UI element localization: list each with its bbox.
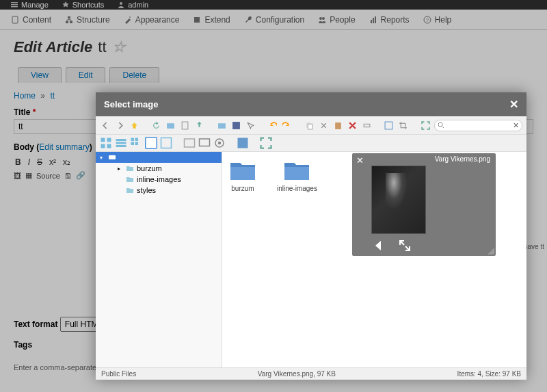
svg-rect-23 — [101, 138, 105, 142]
svg-point-22 — [438, 122, 442, 127]
rename-button[interactable] — [361, 119, 373, 131]
svg-rect-40 — [238, 138, 248, 148]
svg-rect-19 — [335, 122, 341, 129]
svg-rect-16 — [232, 122, 240, 129]
prev-arrow-icon[interactable] — [373, 239, 385, 252]
expand-arrows-icon[interactable] — [399, 239, 411, 252]
svg-rect-18 — [308, 124, 312, 129]
dialog-close-button[interactable]: ✕ — [509, 98, 518, 111]
up-button[interactable] — [129, 119, 140, 131]
svg-rect-13 — [168, 123, 175, 129]
folder-tree: ▾ ▸ burzum inline-images styles — [96, 152, 222, 367]
folder-icon — [126, 175, 134, 183]
status-right: Items: 4, Size: 97 KB — [457, 370, 521, 378]
select-image-dialog: Select image ✕ ✕ — [96, 92, 526, 380]
undo-button[interactable] — [267, 119, 278, 131]
svg-rect-41 — [109, 155, 116, 159]
preview-image — [371, 166, 426, 234]
preview-close-button[interactable]: ✕ — [356, 155, 364, 166]
resize-handle-icon[interactable] — [488, 248, 494, 254]
settings-button[interactable] — [213, 137, 226, 149]
svg-rect-28 — [116, 142, 126, 144]
back-button[interactable] — [100, 119, 111, 131]
tree-expand-icon[interactable]: ▸ — [118, 166, 123, 172]
view-list-button[interactable] — [115, 137, 127, 149]
save-button[interactable] — [230, 119, 242, 131]
svg-rect-26 — [107, 144, 111, 148]
cut-button[interactable] — [318, 119, 330, 131]
refresh-button[interactable] — [151, 119, 163, 131]
fullscreen-button[interactable] — [420, 119, 431, 131]
view-icons-button[interactable] — [100, 137, 112, 149]
dialog-title: Select image — [104, 99, 159, 109]
file-grid: burzum inline-images Varg Vikernes.png ✕… — [222, 152, 526, 367]
delete-button[interactable] — [347, 119, 358, 131]
svg-rect-33 — [135, 142, 139, 146]
tree-item[interactable]: ▸ burzum — [96, 163, 222, 174]
folder-icon — [283, 159, 310, 182]
search-input[interactable] — [444, 122, 513, 129]
tree-collapse-icon[interactable]: ▾ — [100, 155, 105, 161]
new-folder-button[interactable] — [165, 119, 176, 131]
image-tool-button[interactable] — [183, 137, 196, 149]
select-all-button[interactable] — [237, 137, 249, 149]
search-box[interactable]: ✕ — [434, 120, 522, 131]
open-button[interactable] — [216, 119, 228, 131]
view-compact-button[interactable] — [130, 137, 142, 149]
redo-button[interactable] — [281, 119, 293, 131]
expand-button[interactable] — [260, 137, 272, 149]
resize-button[interactable] — [383, 119, 395, 131]
dialog-body: ▾ ▸ burzum inline-images styles — [96, 152, 526, 367]
folder-icon — [126, 186, 134, 194]
svg-rect-27 — [116, 139, 126, 141]
status-center: Varg Vikernes.png, 97 KB — [258, 370, 336, 378]
svg-rect-34 — [146, 138, 157, 148]
monitor-button[interactable] — [198, 137, 211, 149]
forward-button[interactable] — [114, 119, 126, 131]
svg-rect-20 — [364, 124, 370, 127]
file-browser-toolbar: ✕ — [96, 116, 526, 135]
svg-rect-24 — [107, 138, 111, 142]
view-preview-button[interactable] — [145, 137, 157, 149]
search-clear-button[interactable]: ✕ — [513, 121, 519, 130]
svg-rect-32 — [131, 142, 135, 146]
svg-rect-14 — [183, 122, 189, 129]
svg-rect-25 — [101, 144, 105, 148]
svg-rect-15 — [218, 123, 226, 129]
svg-rect-35 — [161, 138, 172, 148]
crop-button[interactable] — [397, 119, 409, 131]
copy-button[interactable] — [304, 119, 315, 131]
view-toolbar — [96, 135, 526, 152]
status-bar: Public Files Varg Vikernes.png, 97 KB It… — [96, 367, 526, 380]
upload-button[interactable] — [194, 119, 205, 131]
new-file-button[interactable] — [179, 119, 191, 131]
folder-icon — [126, 164, 134, 172]
svg-point-39 — [218, 142, 222, 145]
dialog-titlebar: Select image ✕ — [96, 92, 526, 116]
svg-rect-36 — [185, 139, 195, 147]
tree-root[interactable]: ▾ — [96, 152, 222, 163]
svg-rect-30 — [131, 138, 135, 142]
svg-rect-29 — [116, 145, 126, 147]
folder-icon — [229, 159, 256, 182]
paste-button[interactable] — [332, 119, 344, 131]
file-folder[interactable]: inline-images — [277, 159, 317, 192]
view-tree-button[interactable] — [160, 137, 172, 149]
svg-rect-37 — [200, 139, 210, 146]
svg-rect-21 — [386, 122, 393, 129]
svg-rect-31 — [135, 138, 139, 142]
search-icon — [438, 122, 444, 129]
image-preview-popup: ✕ Varg Vikernes.png — [352, 153, 496, 256]
select-button[interactable] — [245, 119, 256, 131]
tree-item[interactable]: styles — [96, 185, 222, 196]
file-folder[interactable]: burzum — [229, 159, 256, 192]
status-left: Public Files — [101, 370, 136, 378]
preview-filename: Varg Vikernes.png — [435, 155, 490, 163]
tree-item[interactable]: inline-images — [96, 174, 222, 185]
disk-icon — [108, 153, 116, 161]
